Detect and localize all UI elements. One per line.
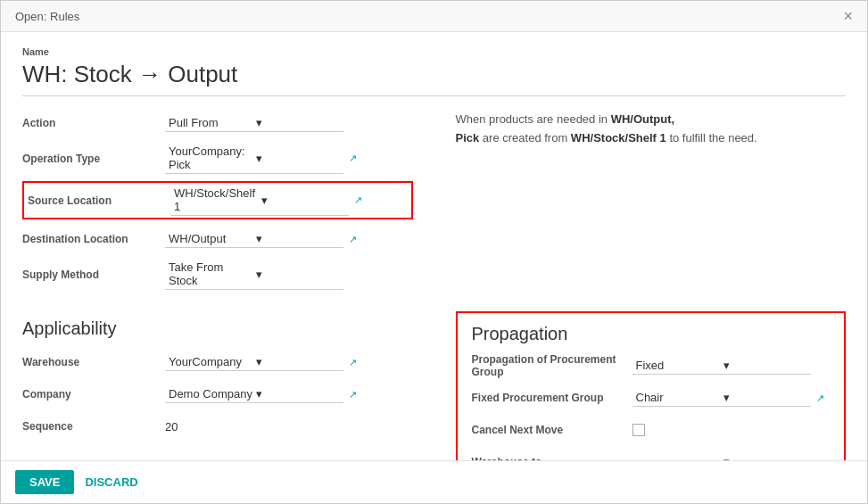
form-left: Action Pull From ▾ Operation Type [22, 111, 434, 297]
operation-type-link[interactable]: ↗ [349, 153, 357, 164]
supply-method-label: Supply Method [22, 269, 165, 281]
rules-dialog: Open: Rules × Name WH: Stock → Output Ac… [0, 0, 868, 504]
action-select-value: Pull From [169, 116, 252, 129]
company-select-value: Demo Company [169, 387, 252, 401]
warehouse-arrow: ▾ [256, 355, 340, 368]
company-value: Demo Company ▾ ↗ [165, 385, 413, 403]
destination-location-arrow: ▾ [256, 232, 340, 245]
info-text-part3: are created from [479, 131, 571, 145]
info-text: When products are needed in WH/Output, P… [456, 111, 847, 148]
discard-button[interactable]: DISCARD [85, 475, 137, 489]
cancel-next-checkbox[interactable] [632, 424, 645, 436]
company-arrow: ▾ [256, 387, 340, 401]
company-link[interactable]: ↗ [349, 389, 357, 401]
warehouse-row: Warehouse YourCompany ▾ ↗ [22, 350, 413, 375]
cancel-next-value [632, 424, 831, 436]
supply-method-value: Take From Stock ▾ [165, 259, 413, 290]
action-value: Pull From ▾ [165, 114, 413, 132]
company-row: Company Demo Company ▾ ↗ [22, 382, 413, 407]
warehouse-label: Warehouse [22, 356, 165, 368]
action-arrow: ▾ [256, 116, 340, 129]
source-location-label: Source Location [28, 194, 170, 207]
prop-group-arrow: ▾ [723, 359, 807, 372]
operation-type-arrow: ▾ [256, 152, 340, 165]
fixed-group-label: Fixed Procurement Group [472, 392, 632, 404]
sequence-number: 20 [165, 420, 178, 434]
prop-group-select-value: Fixed [636, 359, 720, 372]
source-location-select-value: WH/Stock/Shelf 1 [174, 186, 258, 213]
cancel-next-row: Cancel Next Move [472, 417, 831, 442]
operation-type-select[interactable]: YourCompany: Pick ▾ [165, 143, 343, 174]
action-select[interactable]: Pull From ▾ [165, 114, 343, 132]
warehouse-select-value: YourCompany [169, 355, 252, 368]
sequence-value: 20 [165, 420, 413, 434]
operation-type-row: Operation Type YourCompany: Pick ▾ ↗ [22, 143, 413, 174]
destination-location-link[interactable]: ↗ [349, 234, 357, 245]
fixed-group-select-value: Chair [636, 391, 720, 404]
warehouse-select[interactable]: YourCompany ▾ [165, 353, 343, 371]
source-location-arrow: ▾ [261, 194, 345, 207]
top-form-grid: Action Pull From ▾ Operation Type [22, 111, 846, 297]
warehouse-link[interactable]: ↗ [349, 357, 357, 368]
destination-location-select-value: WH/Output [169, 232, 252, 245]
destination-location-value: WH/Output ▾ ↗ [165, 230, 413, 248]
destination-location-row: Destination Location WH/Output ▾ ↗ [22, 227, 413, 252]
propagation-title: Propagation [472, 324, 831, 344]
prop-group-value: Fixed ▾ [632, 357, 831, 375]
action-row: Action Pull From ▾ [22, 111, 413, 136]
destination-location-select[interactable]: WH/Output ▾ [165, 230, 343, 248]
source-location-link[interactable]: ↗ [354, 194, 362, 206]
warehouse-to-value: ▾ [632, 453, 831, 460]
supply-method-select[interactable]: Take From Stock ▾ [165, 259, 343, 290]
destination-location-label: Destination Location [22, 233, 165, 245]
sequence-label: Sequence [22, 420, 165, 433]
supply-method-select-value: Take From Stock [169, 260, 252, 287]
sequence-row: Sequence 20 [22, 414, 413, 439]
info-operation: Pick [456, 131, 480, 145]
prop-group-row: Propagation of Procurement Group Fixed ▾ [472, 353, 831, 378]
source-location-select[interactable]: WH/Stock/Shelf 1 ▾ [170, 185, 349, 216]
rule-name-value: WH: Stock → Output [22, 61, 846, 96]
info-text-part1: When products are needed in [456, 112, 611, 126]
warehouse-to-row: Warehouse to ▾ [472, 450, 831, 460]
operation-type-value: YourCompany: Pick ▾ ↗ [165, 143, 413, 174]
close-button[interactable]: × [843, 8, 853, 24]
form-right-info: When products are needed in WH/Output, P… [434, 111, 847, 297]
source-location-value: WH/Stock/Shelf 1 ▾ ↗ [170, 185, 408, 216]
bottom-grid: Applicability Warehouse YourCompany ▾ ↗ … [1, 311, 867, 460]
source-location-row: Source Location WH/Stock/Shelf 1 ▾ ↗ [22, 181, 413, 219]
dialog-footer: SAVE DISCARD [1, 460, 867, 503]
dialog-header: Open: Rules × [1, 1, 867, 32]
propagation-box: Propagation Propagation of Procurement G… [456, 311, 847, 460]
operation-type-label: Operation Type [22, 153, 165, 165]
fixed-group-link[interactable]: ↗ [816, 392, 824, 404]
name-label: Name [22, 46, 846, 57]
dialog-title: Open: Rules [15, 10, 79, 23]
company-select[interactable]: Demo Company ▾ [165, 385, 343, 403]
company-label: Company [22, 388, 165, 401]
fixed-group-row: Fixed Procurement Group Chair ▾ ↗ [472, 385, 831, 410]
propagation-section: Propagation Propagation of Procurement G… [434, 311, 847, 460]
info-location1: WH/Output, [611, 112, 674, 126]
prop-group-label: Propagation of Procurement Group [472, 353, 632, 378]
applicability-title: Applicability [22, 318, 413, 339]
cancel-next-label: Cancel Next Move [472, 424, 632, 436]
warehouse-value: YourCompany ▾ ↗ [165, 353, 413, 371]
fixed-group-value: Chair ▾ ↗ [632, 389, 831, 407]
supply-method-arrow: ▾ [256, 268, 340, 281]
info-text-part4: to fulfill the need. [666, 131, 757, 145]
top-section: Name WH: Stock → Output Action Pull From… [1, 32, 867, 311]
supply-method-row: Supply Method Take From Stock ▾ [22, 259, 413, 290]
prop-group-select[interactable]: Fixed ▾ [632, 357, 811, 375]
fixed-group-select[interactable]: Chair ▾ [632, 389, 811, 407]
warehouse-to-select[interactable]: ▾ [632, 453, 811, 460]
fixed-group-arrow: ▾ [723, 391, 807, 404]
applicability-section: Applicability Warehouse YourCompany ▾ ↗ … [22, 311, 434, 460]
action-label: Action [22, 117, 165, 129]
save-button[interactable]: SAVE [15, 470, 74, 494]
info-location2: WH/Stock/Shelf 1 [571, 131, 666, 145]
dialog-body: Name WH: Stock → Output Action Pull From… [1, 32, 867, 460]
operation-type-select-value: YourCompany: Pick [169, 145, 252, 171]
